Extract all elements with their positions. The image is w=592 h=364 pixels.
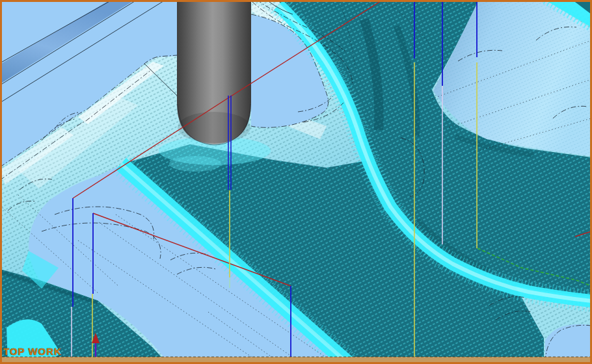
cam-3d-viewport[interactable]: TOP WORK [0,0,592,364]
view-label: TOP WORK [3,346,62,357]
tool-ball-shade [178,112,250,143]
cutting-tool [177,0,251,145]
bottom-strip [2,357,590,362]
cam-viewport-frame: TOP WORK [0,0,592,364]
bright-cusp-under-tool [169,156,221,172]
